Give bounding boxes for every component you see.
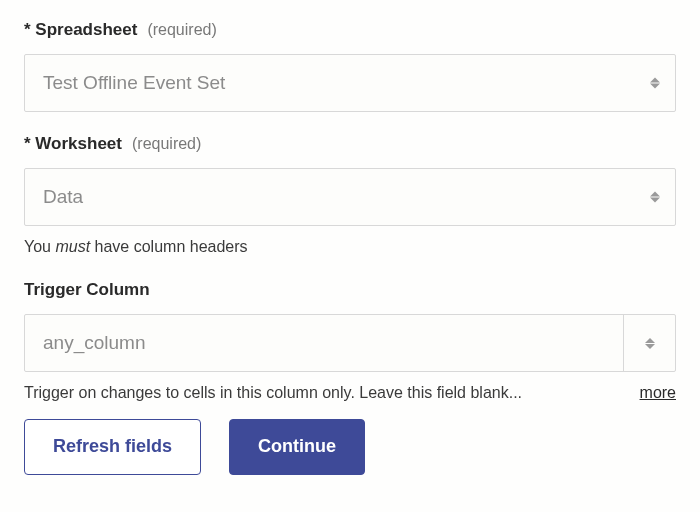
trigger-column-select-wrapper: any_column [24,314,676,372]
worksheet-label: * Worksheet (required) [24,134,676,154]
required-tag: (required) [132,135,201,153]
worksheet-value: Data [43,186,83,208]
spreadsheet-label: * Spreadsheet (required) [24,20,676,40]
button-row: Refresh fields Continue [24,419,676,475]
trigger-column-select[interactable]: any_column [24,314,676,372]
required-asterisk: * [24,134,31,153]
chevron-up-down-icon [650,78,660,89]
trigger-column-label: Trigger Column [24,280,676,300]
required-tag: (required) [147,21,216,39]
worksheet-label-text: Worksheet [35,134,122,153]
trigger-column-field: Trigger Column any_column Trigger on cha… [24,280,676,404]
more-link[interactable]: more [640,384,676,402]
trigger-column-help-row: Trigger on changes to cells in this colu… [24,382,676,404]
spreadsheet-label-text: Spreadsheet [35,20,137,39]
spreadsheet-select-wrapper: Test Offline Event Set [24,54,676,112]
refresh-fields-button[interactable]: Refresh fields [24,419,201,475]
continue-button[interactable]: Continue [229,419,365,475]
chevron-up-down-icon [650,192,660,203]
spreadsheet-value: Test Offline Event Set [43,72,225,94]
worksheet-field: * Worksheet (required) Data You must hav… [24,134,676,258]
worksheet-select-wrapper: Data [24,168,676,226]
required-asterisk: * [24,20,31,39]
worksheet-select[interactable]: Data [24,168,676,226]
trigger-column-value: any_column [43,332,623,354]
spreadsheet-select[interactable]: Test Offline Event Set [24,54,676,112]
help-emphasis: must [55,238,90,255]
chevron-up-down-icon [623,315,675,371]
worksheet-help-text: You must have column headers [24,236,676,258]
trigger-column-help-text: Trigger on changes to cells in this colu… [24,382,626,404]
spreadsheet-field: * Spreadsheet (required) Test Offline Ev… [24,20,676,112]
trigger-column-label-text: Trigger Column [24,280,150,300]
